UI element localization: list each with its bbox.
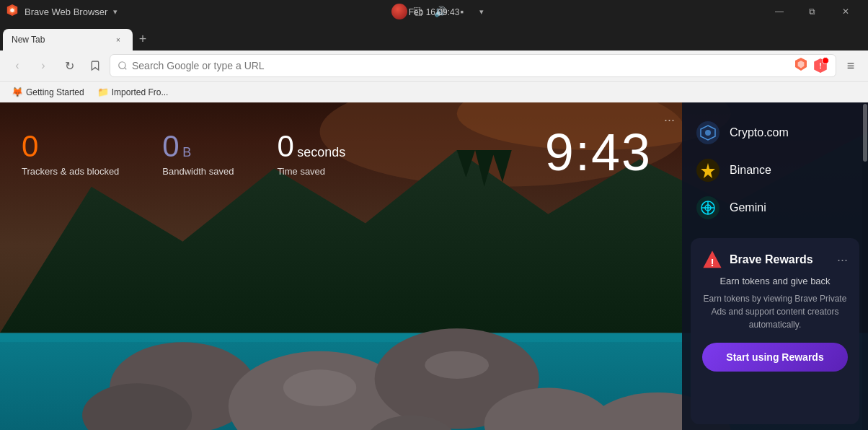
exchange-list: Crypto.com Binance	[682, 102, 868, 232]
stats-bar: 0 Trackers & ads blocked 0 B Bandwidth s…	[22, 131, 345, 177]
crypto-label: Crypto.com	[730, 126, 789, 139]
tab-label: New Tab	[12, 35, 107, 45]
datetime-display: Feb 16 09:43	[409, 7, 460, 17]
new-tab-button[interactable]: +	[133, 29, 153, 49]
svg-point-3	[119, 62, 125, 69]
tab-close-button[interactable]: ×	[112, 34, 124, 45]
crypto-icon	[696, 121, 719, 144]
gemini-label: Gemini	[730, 201, 766, 214]
browser-title: Brave Web Browser	[25, 6, 107, 17]
svg-point-24	[425, 351, 489, 379]
search-input[interactable]	[132, 60, 789, 71]
restore-button[interactable]: ⧉	[796, 0, 829, 23]
svg-text:!: !	[710, 256, 714, 268]
rewards-title: Brave Rewards	[730, 253, 830, 266]
clock-more-options[interactable]: ···	[664, 113, 675, 128]
search-icon	[118, 61, 128, 71]
refresh-button[interactable]: ↻	[58, 54, 81, 77]
brave-shield-icon[interactable]	[794, 57, 808, 74]
back-button[interactable]: ‹	[6, 54, 29, 77]
window-controls: — ⧉ ✕	[763, 0, 862, 23]
rewards-notification[interactable]: !	[812, 58, 828, 74]
trackers-label: Trackers & ads blocked	[22, 166, 119, 177]
time-unit: seconds	[297, 145, 345, 159]
brave-rewards-logo: !	[702, 250, 722, 270]
clock-display: 9:43	[545, 123, 652, 182]
binance-icon	[696, 159, 719, 182]
rewards-header: ! Brave Rewards ···	[702, 250, 848, 270]
bookmark-getting-started[interactable]: 🦊 Getting Started	[6, 85, 90, 99]
binance-label: Binance	[730, 164, 771, 177]
bandwidth-unit: B	[182, 145, 191, 159]
menu-button[interactable]: ≡	[839, 54, 862, 77]
title-bar: Brave Web Browser ▾ Feb 16 09:43 ⿻ 🔊 ▪ ▾…	[0, 0, 868, 23]
rewards-description: Earn tokens by viewing Brave Private Ads…	[702, 292, 848, 331]
active-tab[interactable]: New Tab ×	[3, 29, 133, 51]
profile-avatar[interactable]	[391, 4, 407, 19]
time-label: Time saved	[277, 166, 345, 177]
trackers-stat: 0 Trackers & ads blocked	[22, 131, 119, 177]
firefox-favicon: 🦊	[12, 87, 23, 97]
exchange-item-binance[interactable]: Binance	[682, 152, 868, 189]
start-rewards-button[interactable]: Start using Rewards	[702, 343, 848, 372]
rewards-card: ! Brave Rewards ··· Earn tokens and give…	[691, 238, 859, 424]
bandwidth-label: Bandwidth saved	[162, 166, 234, 177]
svg-point-26	[705, 130, 711, 136]
exchange-item-gemini[interactable]: Gemini	[682, 189, 868, 227]
bookmark-label: Imported Fro...	[112, 87, 169, 97]
svg-line-4	[125, 68, 127, 70]
minimize-button[interactable]: —	[763, 0, 796, 23]
rewards-subtitle: Earn tokens and give back	[702, 276, 848, 286]
time-stat: 0 seconds Time saved	[277, 131, 345, 177]
main-content: 0 Trackers & ads blocked 0 B Bandwidth s…	[0, 102, 868, 430]
bookmark-imported[interactable]: 📁 Imported Fro...	[92, 85, 174, 99]
svg-marker-27	[701, 163, 715, 178]
tab-bar: New Tab × +	[0, 23, 868, 51]
rewards-more-options[interactable]: ···	[837, 253, 848, 268]
bookmarks-bar: 🦊 Getting Started 📁 Imported Fro...	[0, 81, 868, 102]
brave-logo-icon	[6, 4, 19, 19]
bandwidth-count: 0	[162, 129, 179, 163]
trackers-count: 0	[22, 129, 38, 163]
scrollbar-thumb[interactable]	[863, 104, 867, 162]
svg-point-23	[283, 369, 356, 406]
right-panel: Crypto.com Binance	[682, 102, 868, 430]
svg-text:!: !	[819, 61, 822, 70]
bandwidth-stat: 0 B Bandwidth saved	[162, 131, 234, 177]
scrollbar[interactable]	[862, 102, 868, 430]
folder-icon: 📁	[97, 87, 109, 97]
forward-button[interactable]: ›	[32, 54, 55, 77]
bookmark-button[interactable]	[84, 54, 107, 77]
bookmark-label: Getting Started	[26, 87, 84, 97]
nav-bar: ‹ › ↻ ! ≡	[0, 51, 868, 81]
time-count: 0	[277, 129, 293, 163]
url-bar[interactable]: !	[110, 54, 836, 77]
gemini-icon	[696, 196, 719, 219]
dropdown-arrow[interactable]: ▾	[113, 7, 118, 17]
exchange-item-crypto[interactable]: Crypto.com	[682, 114, 868, 152]
close-button[interactable]: ✕	[829, 0, 862, 23]
arrow-down-icon[interactable]: ▾	[474, 4, 490, 19]
